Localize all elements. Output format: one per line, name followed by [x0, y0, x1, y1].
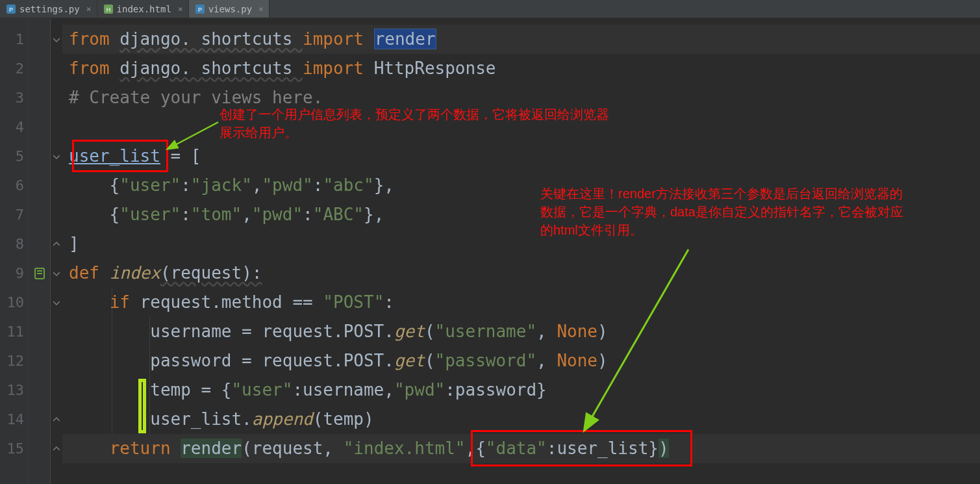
code-line[interactable]: ]	[62, 229, 980, 259]
line-number: 12	[0, 346, 28, 376]
line-number: 2	[0, 54, 28, 83]
fold-end-icon[interactable]	[51, 434, 62, 463]
close-icon[interactable]: ×	[256, 4, 264, 14]
code-line[interactable]: return render(request, "index.html",{"da…	[62, 434, 980, 463]
svg-rect-7	[37, 270, 42, 272]
fold-end-icon[interactable]	[51, 229, 62, 259]
code-line[interactable]: from django. shortcuts import render	[62, 25, 980, 54]
tab-label: settings.py	[19, 4, 80, 14]
html-file-icon: H	[104, 5, 113, 14]
code-editor[interactable]: from django. shortcuts import render fro…	[62, 18, 980, 484]
line-number: 14	[0, 405, 28, 434]
line-number: 3	[0, 83, 28, 112]
svg-text:H: H	[106, 6, 110, 13]
tab-views[interactable]: P views.py ×	[189, 0, 270, 18]
fold-gutter	[51, 18, 62, 484]
tab-label: index.html	[117, 4, 171, 14]
editor-tab-bar: P settings.py × H index.html × P views.p…	[0, 0, 980, 18]
python-file-icon: P	[6, 5, 16, 14]
fold-toggle-icon[interactable]	[51, 25, 62, 54]
code-line[interactable]: from django. shortcuts import HttpRespon…	[62, 54, 980, 83]
code-line[interactable]: password = request.POST.get("password", …	[62, 346, 980, 376]
code-line[interactable]: if request.method == "POST":	[62, 288, 980, 317]
code-line[interactable]	[62, 112, 980, 142]
code-line[interactable]: temp = {"user":username,"pwd":password}	[62, 376, 980, 405]
code-line[interactable]: {"user":"tom","pwd":"ABC"},	[62, 200, 980, 229]
tab-settings[interactable]: P settings.py ×	[0, 0, 97, 18]
fold-end-icon[interactable]	[51, 405, 62, 434]
code-line[interactable]: username = request.POST.get("username", …	[62, 317, 980, 346]
line-number: 15	[0, 434, 28, 463]
line-number: 8	[0, 229, 28, 259]
svg-rect-8	[37, 273, 42, 274]
fold-toggle-icon[interactable]	[51, 259, 62, 288]
close-icon[interactable]: ×	[175, 4, 183, 14]
editor-area: 1 2 3 4 5 6 7 8 9 10 11 12 13 14 15	[0, 18, 980, 484]
code-line[interactable]: # Create your views here.	[62, 83, 980, 112]
line-number: 4	[0, 112, 28, 142]
line-number: 6	[0, 171, 28, 200]
tab-label: views.py	[208, 4, 252, 14]
close-icon[interactable]: ×	[84, 4, 92, 14]
gutter-icon-column	[29, 18, 51, 484]
code-line[interactable]: user_list.append(temp)	[62, 405, 980, 434]
code-line[interactable]: {"user":"jack","pwd":"abc"},	[62, 171, 980, 200]
line-number: 11	[0, 317, 28, 346]
fold-toggle-icon[interactable]	[51, 288, 62, 317]
line-number: 13	[0, 376, 28, 405]
line-number: 10	[0, 288, 28, 317]
code-line[interactable]: def index(request):	[62, 259, 980, 288]
line-number: 9	[0, 259, 28, 288]
line-number: 7	[0, 200, 28, 229]
code-line[interactable]: user_list = [	[62, 142, 980, 171]
svg-text:P: P	[9, 6, 13, 13]
tab-index[interactable]: H index.html ×	[97, 0, 189, 18]
line-number: 5	[0, 142, 28, 171]
has-usage-icon[interactable]	[29, 259, 50, 288]
svg-text:P: P	[198, 6, 202, 13]
python-file-icon: P	[195, 5, 205, 14]
line-number-gutter: 1 2 3 4 5 6 7 8 9 10 11 12 13 14 15	[0, 18, 29, 484]
fold-toggle-icon[interactable]	[51, 142, 62, 171]
line-number: 1	[0, 25, 28, 54]
